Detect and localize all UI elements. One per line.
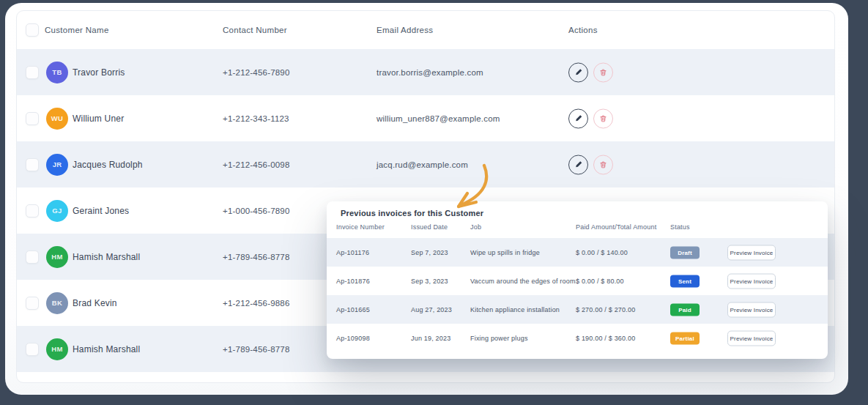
customers-table-header: Customer Name Contact Number Email Addre… [17,11,834,49]
status-badge: Partial [670,332,700,344]
status-badge: Draft [670,246,700,259]
column-header-paid-total: Paid Amount/Total Amount [576,223,656,231]
paid-total-amount: $ 0.00 / $ 140.00 [576,249,628,256]
job-description: Wipe up spills in fridge [470,249,540,256]
issued-date: Aug 27, 2023 [411,306,452,313]
column-header-invoice-number: Invoice Number [336,223,385,231]
invoices-table-header: Invoice Number Issued Date Job Paid Amou… [327,223,828,238]
invoice-row: Ap-101665 Aug 27, 2023 Kitchen appliance… [327,295,828,324]
avatar-initials: HM [51,253,62,261]
trash-icon [599,114,607,122]
trash-icon [599,68,607,76]
invoice-number: Ap-101176 [336,249,369,256]
avatar-initials: BK [52,299,62,307]
job-description: Vaccum around the edges of room [470,278,576,285]
row-checkbox[interactable] [26,204,39,218]
column-header-actions: Actions [568,26,598,34]
status-badge: Sent [670,275,700,287]
row-checkbox[interactable] [26,112,39,125]
pencil-icon [574,160,583,169]
preview-invoice-button[interactable]: Preview Invoice [727,273,776,289]
contact-number: +1-212-456-9886 [223,299,290,308]
customer-name: Brad Kevin [73,298,117,308]
customer-name: Travor Borris [73,67,125,78]
contact-number: +1-212-343-1123 [223,114,289,123]
invoice-row: Ap-101176 Sep 7, 2023 Wipe up spills in … [327,238,828,267]
contact-number: +1-789-456-8778 [223,345,290,354]
pencil-icon [574,114,583,123]
preview-invoice-button[interactable]: Preview Invoice [727,245,776,260]
avatar: HM [46,338,68,360]
row-checkbox[interactable] [26,158,39,171]
customer-row: WU Willium Uner +1-212-343-1123 willium_… [17,95,834,141]
avatar: TB [46,62,68,83]
avatar-initials: TB [52,68,62,76]
job-description: Kitchen appliance installation [470,306,560,313]
avatar: JR [46,154,68,176]
avatar: WU [46,108,68,130]
delete-button[interactable] [593,108,613,128]
column-header-contact-number: Contact Number [223,26,287,34]
edit-button[interactable] [568,62,588,82]
issued-date: Sep 3, 2023 [411,278,448,285]
select-all-checkbox[interactable] [26,23,39,37]
column-header-customer-name: Customer Name [45,26,109,34]
avatar-initials: JR [53,160,62,168]
column-header-issued-date: Issued Date [411,223,448,231]
customer-row: TB Travor Borris +1-212-456-7890 travor.… [17,49,834,95]
invoices-table-body: Ap-101176 Sep 7, 2023 Wipe up spills in … [327,238,828,352]
avatar-initials: WU [51,114,63,122]
status-badge: Paid [670,303,700,316]
row-checkbox[interactable] [26,250,39,264]
delete-button[interactable] [593,155,613,174]
hand-drawn-arrow-icon [443,162,494,212]
delete-button[interactable] [593,62,613,82]
row-actions [568,62,613,82]
paid-total-amount: $ 0.00 / $ 80.00 [576,278,624,285]
edit-button[interactable] [568,155,588,174]
invoice-row: Ap-101876 Sep 3, 2023 Vaccum around the … [327,267,828,295]
row-actions [568,108,613,128]
contact-number: +1-212-456-0098 [223,160,290,169]
preview-invoice-button[interactable]: Preview Invoice [727,302,776,317]
preview-invoice-button[interactable]: Preview Invoice [727,330,776,346]
customer-name: Hamish Marshall [73,344,140,354]
avatar: GJ [46,200,68,222]
invoice-number: Ap-101876 [336,278,370,285]
customer-row: JR Jacques Rudolph +1-212-456-0098 jacq.… [17,141,834,187]
avatar-initials: GJ [52,207,62,215]
row-checkbox[interactable] [26,343,39,356]
issued-date: Sep 7, 2023 [411,249,448,256]
customer-name: Hamish Marshall [73,252,140,262]
row-checkbox[interactable] [26,66,39,79]
column-header-job: Job [470,223,481,231]
issued-date: Jun 19, 2023 [411,335,450,342]
avatar: HM [46,246,68,268]
customer-name: Willium Uner [73,114,124,124]
edit-button[interactable] [568,108,588,128]
invoice-number: Ap-109098 [336,335,370,342]
avatar: BK [46,292,68,314]
pencil-icon [574,68,583,77]
paid-total-amount: $ 190.00 / $ 360.00 [576,335,635,342]
row-actions [568,155,613,174]
row-checkbox[interactable] [26,297,39,310]
job-description: Fixing power plugs [470,335,528,342]
column-header-status: Status [670,223,690,231]
contact-number: +1-789-456-8778 [223,253,290,261]
invoice-number: Ap-101665 [336,306,370,313]
column-header-email-address: Email Address [376,26,433,34]
invoice-row: Ap-109098 Jun 19, 2023 Fixing power plug… [327,324,828,352]
customer-name: Jacques Rudolph [73,160,143,170]
avatar-initials: HM [51,345,62,353]
paid-total-amount: $ 270.00 / $ 270.00 [576,306,635,313]
trash-icon [599,160,607,168]
customer-name: Geraint Jones [73,206,129,216]
previous-invoices-panel: Previous invoices for this Customer Invo… [327,201,828,359]
contact-number: +1-212-456-7890 [223,68,290,77]
email-address: willium_uner887@example.com [376,114,500,123]
email-address: travor.borris@example.com [376,68,483,77]
contact-number: +1-000-456-7890 [223,207,290,215]
